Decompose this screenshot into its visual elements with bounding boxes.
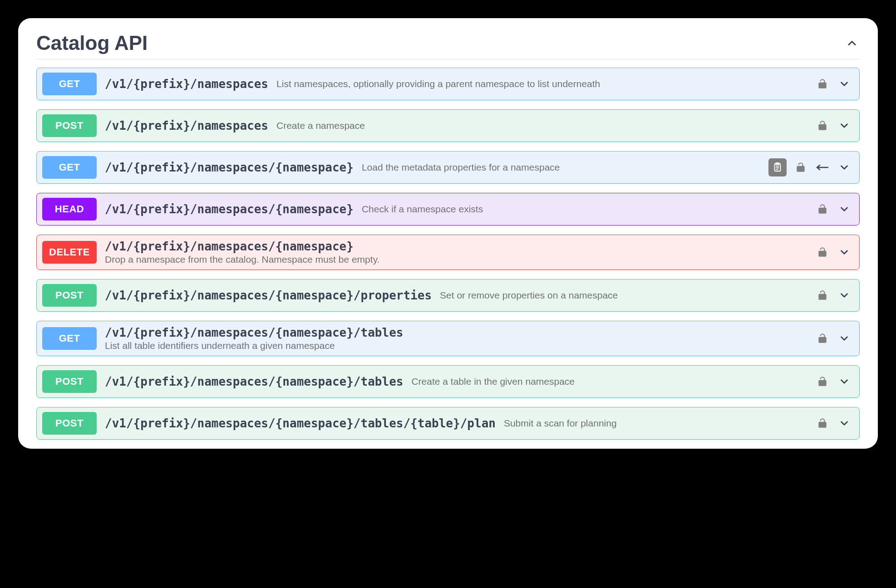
operation-body: /v1/{prefix}/namespaces/{namespace}Check… — [105, 202, 807, 216]
operations-list: GET/v1/{prefix}/namespacesList namespace… — [36, 68, 860, 440]
operation-body: /v1/{prefix}/namespacesCreate a namespac… — [105, 119, 807, 132]
operation-actions — [815, 288, 852, 303]
operation-actions — [815, 416, 852, 431]
operation-path: /v1/{prefix}/namespaces/{namespace}/tabl… — [105, 375, 403, 388]
unlock-icon[interactable] — [815, 245, 830, 260]
operation-path: /v1/{prefix}/namespaces/{namespace} — [105, 240, 354, 253]
operation-actions — [768, 158, 852, 176]
operation-body: /v1/{prefix}/namespacesList namespaces, … — [105, 77, 807, 91]
section-title: Catalog API — [36, 32, 148, 54]
operation-row[interactable]: GET/v1/{prefix}/namespacesList namespace… — [36, 68, 860, 100]
operation-row[interactable]: POST/v1/{prefix}/namespacesCreate a name… — [36, 109, 860, 142]
chevron-down-icon[interactable] — [837, 76, 852, 92]
chevron-up-icon — [846, 37, 858, 49]
unlock-icon[interactable] — [815, 331, 830, 346]
http-method-badge: HEAD — [42, 198, 97, 220]
operation-path: /v1/{prefix}/namespaces/{namespace}/prop… — [105, 289, 432, 302]
operation-summary: Load the metadata properties for a names… — [362, 162, 560, 173]
operation-row[interactable]: GET/v1/{prefix}/namespaces/{namespace}Lo… — [36, 151, 860, 184]
chevron-down-icon[interactable] — [837, 416, 852, 431]
operation-path: /v1/{prefix}/namespaces — [105, 77, 268, 91]
http-method-badge: GET — [42, 73, 97, 95]
unlock-icon[interactable] — [815, 201, 830, 217]
http-method-badge: GET — [42, 327, 97, 350]
unlock-icon[interactable] — [815, 76, 830, 92]
operation-body: /v1/{prefix}/namespaces/{namespace}Load … — [105, 161, 760, 174]
http-method-badge: GET — [42, 156, 97, 179]
operation-body: /v1/{prefix}/namespaces/{namespace}Drop … — [105, 240, 807, 265]
http-method-badge: POST — [42, 284, 97, 307]
section-collapse-button[interactable] — [844, 35, 860, 51]
operation-body: /v1/{prefix}/namespaces/{namespace}/tabl… — [105, 375, 807, 388]
operation-actions — [815, 201, 852, 217]
operation-path: /v1/{prefix}/namespaces/{namespace}/tabl… — [105, 416, 496, 430]
chevron-down-icon[interactable] — [837, 331, 852, 346]
operation-actions — [815, 374, 852, 389]
operation-row[interactable]: POST/v1/{prefix}/namespaces/{namespace}/… — [36, 407, 860, 440]
operation-row[interactable]: POST/v1/{prefix}/namespaces/{namespace}/… — [36, 365, 860, 398]
chevron-down-icon[interactable] — [837, 374, 852, 389]
operation-actions — [815, 118, 852, 133]
operation-summary: Drop a namespace from the catalog. Names… — [105, 254, 379, 265]
operation-actions — [815, 245, 852, 260]
http-method-badge: DELETE — [42, 241, 97, 264]
operation-row[interactable]: DELETE/v1/{prefix}/namespaces/{namespace… — [36, 235, 860, 270]
chevron-down-icon[interactable] — [837, 201, 852, 217]
chevron-down-icon[interactable] — [837, 160, 852, 175]
operation-body: /v1/{prefix}/namespaces/{namespace}/tabl… — [105, 416, 807, 430]
operation-path: /v1/{prefix}/namespaces/{namespace} — [105, 202, 354, 216]
operation-row[interactable]: GET/v1/{prefix}/namespaces/{namespace}/t… — [36, 321, 860, 356]
http-method-badge: POST — [42, 114, 97, 137]
unlock-icon[interactable] — [793, 160, 808, 175]
chevron-down-icon[interactable] — [837, 118, 852, 133]
operation-summary: Set or remove properties on a namespace — [440, 290, 618, 301]
operation-actions — [815, 76, 852, 92]
operation-path: /v1/{prefix}/namespaces/{namespace} — [105, 161, 354, 174]
operation-row[interactable]: POST/v1/{prefix}/namespaces/{namespace}/… — [36, 279, 860, 312]
operation-summary: Create a table in the given namespace — [411, 376, 575, 387]
http-method-badge: POST — [42, 412, 97, 435]
operation-body: /v1/{prefix}/namespaces/{namespace}/prop… — [105, 289, 807, 302]
api-panel: Catalog API GET/v1/{prefix}/namespacesLi… — [18, 18, 878, 449]
operation-summary: Check if a namespace exists — [362, 204, 483, 215]
operation-path: /v1/{prefix}/namespaces/{namespace}/tabl… — [105, 326, 403, 339]
svg-rect-1 — [776, 163, 779, 165]
http-method-badge: POST — [42, 370, 97, 393]
operation-summary: Create a namespace — [276, 120, 365, 131]
unlock-icon[interactable] — [815, 374, 830, 389]
unlock-icon[interactable] — [815, 288, 830, 303]
callback-arrow-icon[interactable] — [815, 160, 830, 175]
operation-body: /v1/{prefix}/namespaces/{namespace}/tabl… — [105, 326, 807, 351]
section-header: Catalog API — [36, 32, 860, 59]
unlock-icon[interactable] — [815, 118, 830, 133]
operation-summary: List all table identifiers underneath a … — [105, 340, 335, 351]
operation-row[interactable]: HEAD/v1/{prefix}/namespaces/{namespace}C… — [36, 193, 860, 225]
operation-summary: Submit a scan for planning — [504, 418, 617, 429]
operation-path: /v1/{prefix}/namespaces — [105, 119, 268, 132]
clipboard-icon[interactable] — [768, 158, 787, 176]
chevron-down-icon[interactable] — [837, 288, 852, 303]
chevron-down-icon[interactable] — [837, 245, 852, 260]
unlock-icon[interactable] — [815, 416, 830, 431]
operation-actions — [815, 331, 852, 346]
operation-summary: List namespaces, optionally providing a … — [276, 78, 600, 89]
